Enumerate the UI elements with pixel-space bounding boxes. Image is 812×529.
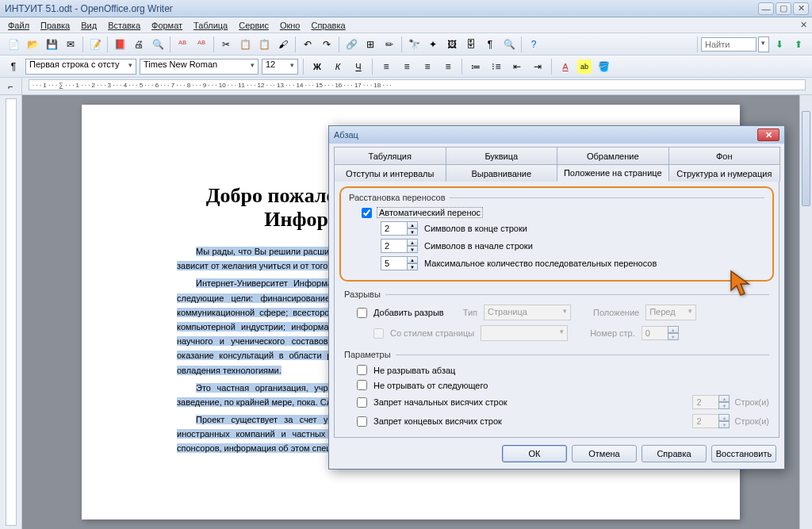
paste-button[interactable]: 📋 (255, 36, 273, 53)
menu-table[interactable]: Таблица (189, 19, 232, 32)
print-preview-button[interactable]: 🔍 (149, 36, 167, 53)
orphan-checkbox[interactable] (357, 397, 367, 408)
help-button[interactable]: Справка (642, 445, 707, 462)
spin-up-button[interactable]: ▲ (407, 221, 418, 228)
zoom-button[interactable]: 🔍 (500, 36, 518, 53)
dialog-titlebar[interactable]: Абзац ✕ (329, 126, 784, 144)
tab-alignment[interactable]: Выравнивание (446, 164, 558, 182)
align-left-button[interactable]: ≡ (377, 58, 395, 75)
save-button[interactable]: 💾 (43, 36, 60, 53)
redo-button[interactable]: ↷ (318, 36, 335, 53)
tab-background[interactable]: Фон (668, 147, 781, 164)
no-split-label: Не разрывать абзац (373, 366, 455, 375)
format-paintbrush-button[interactable]: 🖌 (274, 36, 292, 53)
cut-button[interactable]: ✂ (217, 36, 235, 53)
cancel-button[interactable]: Отмена (572, 445, 637, 462)
help-button[interactable]: ? (525, 36, 542, 53)
window-close-button[interactable]: ✕ (793, 2, 809, 15)
start-chars-input[interactable] (381, 239, 408, 253)
window-minimize-button[interactable]: — (758, 2, 774, 15)
search-history-dropdown[interactable] (758, 36, 769, 52)
search-input[interactable] (701, 37, 756, 52)
hyperlink-button[interactable]: 🔗 (343, 36, 360, 53)
menu-format[interactable]: Формат (147, 19, 187, 32)
orphan-lines-input (692, 395, 719, 409)
menu-file[interactable]: Файл (3, 19, 34, 32)
insert-break-checkbox[interactable] (357, 308, 367, 318)
spin-up-button[interactable]: ▲ (407, 256, 418, 263)
highlight-button[interactable]: ab (577, 59, 592, 74)
ok-button[interactable]: ОК (502, 445, 567, 462)
bullets-button[interactable]: ⁝≡ (488, 58, 505, 75)
no-split-checkbox[interactable] (357, 365, 367, 375)
navigator-button[interactable]: ✦ (424, 36, 442, 53)
menu-edit[interactable]: Правка (36, 19, 75, 32)
break-type-label: Тип (463, 308, 477, 317)
spin-down-button[interactable]: ▼ (407, 263, 418, 270)
new-doc-button[interactable]: 📄 (5, 36, 22, 53)
copy-button[interactable]: 📋 (236, 36, 254, 53)
tab-dropcaps[interactable]: Буквица (446, 147, 558, 164)
undo-button[interactable]: ↶ (299, 36, 316, 53)
indent-decrease-button[interactable]: ⇤ (508, 58, 526, 75)
find-button[interactable]: 🔭 (405, 36, 423, 53)
auto-hyphenation-checkbox[interactable] (362, 208, 372, 218)
options-legend: Параметры (344, 350, 391, 359)
datasources-button[interactable]: 🗄 (462, 36, 480, 53)
edit-mode-button[interactable]: 📝 (86, 36, 104, 53)
search-prev-button[interactable]: ⬆ (790, 36, 807, 53)
align-justify-button[interactable]: ≡ (439, 58, 457, 75)
italic-button[interactable]: К (329, 58, 347, 75)
keep-next-checkbox[interactable] (357, 380, 367, 390)
bold-button[interactable]: Ж (308, 58, 326, 75)
spin-up-button[interactable]: ▲ (407, 239, 418, 246)
styles-button[interactable]: ¶ (5, 58, 22, 75)
orphan-label: Запрет начальных висячих строк (373, 397, 508, 407)
end-chars-input[interactable] (381, 221, 408, 236)
print-button[interactable]: 🖨 (130, 36, 147, 53)
menu-tools[interactable]: Сервис (234, 19, 274, 32)
font-size-combo[interactable]: 12 (262, 59, 298, 75)
dialog-close-button[interactable]: ✕ (757, 128, 779, 141)
underline-button[interactable]: Ч (350, 58, 367, 75)
menu-help[interactable]: Справка (306, 19, 350, 32)
menu-window[interactable]: Окно (275, 19, 305, 32)
max-hyphens-input[interactable] (381, 256, 408, 270)
paragraph-style-combo[interactable]: Первая строка с отсту (25, 59, 136, 75)
tab-tabulation[interactable]: Табуляция (334, 147, 446, 164)
gallery-button[interactable]: 🖼 (443, 36, 461, 53)
reset-button[interactable]: Восстановить (711, 445, 776, 462)
doc-close-icon[interactable]: ✕ (798, 20, 809, 31)
auto-spellcheck-button[interactable]: ᴬᴮ (193, 36, 210, 53)
with-pagestyle-label: Со стилем страницы (390, 328, 474, 338)
vertical-scrollbar[interactable] (799, 95, 812, 529)
menu-view[interactable]: Вид (76, 19, 102, 32)
widow-checkbox[interactable] (357, 416, 367, 427)
export-pdf-button[interactable]: 📕 (111, 36, 128, 53)
tab-indents[interactable]: Отступы и интервалы (334, 164, 446, 182)
menu-insert[interactable]: Вставка (103, 19, 145, 32)
numbering-button[interactable]: ≔ (467, 58, 485, 75)
search-next-button[interactable]: ⬇ (771, 36, 788, 53)
spin-down-button[interactable]: ▼ (407, 246, 418, 253)
font-color-button[interactable]: A (557, 58, 574, 75)
tab-borders[interactable]: Обрамление (557, 147, 669, 164)
indent-increase-button[interactable]: ⇥ (529, 58, 546, 75)
spin-down-button[interactable]: ▼ (407, 228, 418, 236)
open-button[interactable]: 📂 (24, 36, 41, 53)
window-maximize-button[interactable]: ▢ (776, 2, 791, 15)
tab-textflow[interactable]: Положение на странице (557, 164, 669, 182)
vertical-ruler[interactable] (0, 95, 22, 529)
mail-button[interactable]: ✉ (62, 36, 79, 53)
font-name-combo[interactable]: Times New Roman (140, 59, 259, 75)
background-color-button[interactable]: 🪣 (595, 58, 612, 75)
align-right-button[interactable]: ≡ (419, 58, 436, 75)
pagestyle-combo (481, 325, 568, 341)
table-button[interactable]: ⊞ (362, 36, 379, 53)
align-center-button[interactable]: ≡ (398, 58, 416, 75)
horizontal-ruler[interactable]: · · · 1 · · · ∑ · · · 1 · · · 2 · · · 3 … (29, 79, 806, 90)
spellcheck-button[interactable]: ᴬᴮ (174, 36, 191, 53)
draw-button[interactable]: ✏ (381, 36, 398, 53)
nonprinting-button[interactable]: ¶ (481, 36, 499, 53)
tab-outline[interactable]: Структура и нумерация (668, 164, 781, 182)
